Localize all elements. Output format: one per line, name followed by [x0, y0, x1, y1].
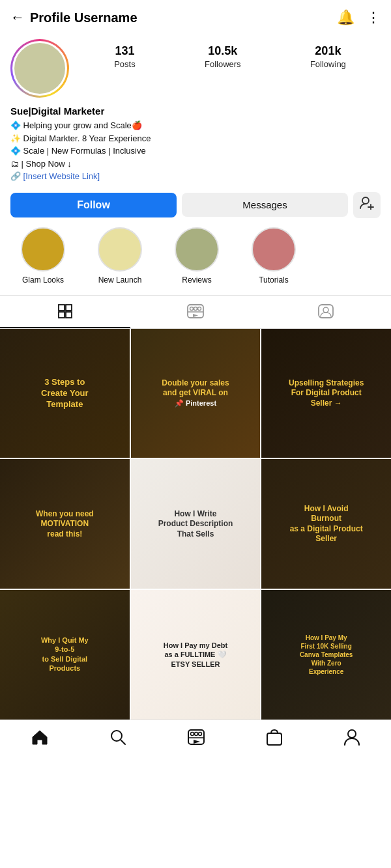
stat-posts-label: Posts	[114, 59, 136, 69]
highlight-glam-looks[interactable]: Glam Looks	[10, 227, 76, 285]
post-grid: 3 Steps toCreate YourTemplate Double you…	[0, 329, 391, 720]
bio-line-3: 💠 Scale | New Formulas | Inclusive	[10, 146, 146, 156]
highlight-label-3: Reviews	[182, 275, 211, 285]
svg-point-9	[194, 307, 197, 310]
stat-following[interactable]: 201k Following	[310, 44, 346, 70]
post-cell-7[interactable]: Why I Quit My9-to-5to Sell DigitalProduc…	[0, 590, 130, 720]
post-cell-1[interactable]: 3 Steps toCreate YourTemplate	[0, 329, 130, 458]
svg-rect-3	[59, 305, 65, 311]
bottom-nav	[0, 720, 391, 761]
profile-name: Sue|Digital Marketer	[10, 105, 381, 117]
svg-marker-12	[193, 314, 198, 317]
stat-posts-value: 131	[114, 44, 136, 58]
nav-search[interactable]	[109, 729, 126, 750]
post-text-5: How I WriteProduct DescriptionThat Sells	[138, 505, 254, 543]
header-left: ← Profile Username	[10, 9, 138, 26]
messages-button[interactable]: Messages	[182, 193, 348, 217]
svg-point-14	[323, 307, 328, 313]
post-cell-4[interactable]: When you needMOTIVATIONread this!	[0, 459, 130, 589]
nav-shop[interactable]	[266, 728, 283, 751]
tab-bar	[0, 295, 391, 329]
bio-text: 💠 Helping your grow and Scale🍎 ✨ Digital…	[10, 119, 381, 183]
tab-grid[interactable]	[0, 296, 130, 328]
stat-followers[interactable]: 10.5k Followers	[205, 44, 241, 70]
highlight-reviews[interactable]: Reviews	[164, 227, 229, 285]
follow-button[interactable]: Follow	[10, 193, 177, 217]
highlight-label-2: New Launch	[98, 275, 142, 285]
svg-rect-6	[66, 312, 72, 318]
action-buttons: Follow Messages	[0, 183, 391, 227]
highlight-circle-4	[252, 227, 296, 272]
post-text-1: 3 Steps toCreate YourTemplate	[7, 372, 123, 413]
post-cell-6[interactable]: How I AvoidBurnoutas a Digital ProductSe…	[261, 459, 391, 589]
avatar-image	[12, 41, 67, 96]
svg-point-20	[198, 732, 201, 735]
tagged-icon	[317, 303, 334, 319]
post-cell-8[interactable]: How I Pay my Debtas a FULLTIME 🤍ETSY SEL…	[131, 590, 261, 720]
highlight-tutorials[interactable]: Tutorials	[241, 227, 306, 285]
post-cell-2[interactable]: Double your salesand get VIRAL on 📌 Pint…	[131, 329, 261, 458]
highlight-label-4: Tutorials	[259, 275, 289, 285]
reels-icon	[186, 303, 205, 319]
header: ← Profile Username 🔔 ⋮	[0, 0, 391, 33]
bio-line-4: 🗂 | Shop Now ↓	[10, 159, 72, 169]
stat-following-value: 201k	[310, 44, 346, 58]
svg-point-24	[348, 730, 356, 738]
stat-followers-value: 10.5k	[205, 44, 241, 58]
avatar-ring	[10, 39, 69, 98]
nav-profile[interactable]	[343, 728, 360, 751]
bio-line-2: ✨ Digital Markter. 8 Year Experience	[10, 133, 151, 143]
highlight-circle-2	[98, 227, 142, 272]
bio-section: Sue|Digital Marketer 💠 Helping your grow…	[0, 98, 391, 183]
page-title: Profile Username	[30, 10, 138, 25]
post-text-6: How I AvoidBurnoutas a Digital ProductSe…	[268, 499, 384, 548]
highlight-new-launch[interactable]: New Launch	[87, 227, 152, 285]
highlight-label-1: Glam Looks	[22, 275, 64, 285]
stat-followers-label: Followers	[205, 59, 241, 69]
header-icons: 🔔 ⋮	[337, 9, 381, 26]
highlights-section: Glam Looks New Launch Reviews Tutorials	[0, 227, 391, 295]
stat-posts[interactable]: 131 Posts	[114, 44, 136, 70]
post-cell-9[interactable]: How I Pay MyFirst 10K SellingCanva Templ…	[261, 590, 391, 720]
svg-point-0	[362, 197, 369, 204]
svg-rect-5	[59, 312, 65, 318]
more-icon[interactable]: ⋮	[366, 9, 381, 26]
post-text-7: Why I Quit My9-to-5to Sell DigitalProduc…	[7, 632, 123, 677]
back-icon[interactable]: ←	[10, 9, 25, 26]
svg-point-18	[190, 732, 194, 735]
nav-home[interactable]	[31, 729, 49, 750]
bell-icon[interactable]: 🔔	[337, 9, 355, 26]
svg-rect-4	[66, 305, 72, 311]
profile-section: 131 Posts 10.5k Followers 201k Following	[0, 33, 391, 98]
post-text-9: How I Pay MyFirst 10K SellingCanva Templ…	[268, 630, 384, 680]
post-text-3: Upselling StrategiesFor Digital ProductS…	[268, 374, 384, 412]
avatar[interactable]	[10, 39, 69, 98]
stat-following-label: Following	[310, 59, 346, 69]
stats-row: 131 Posts 10.5k Followers 201k Following	[80, 39, 381, 70]
svg-marker-22	[194, 740, 200, 744]
post-text-2: Double your salesand get VIRAL on 📌 Pint…	[138, 374, 254, 412]
nav-reels[interactable]	[187, 729, 205, 750]
svg-point-10	[198, 307, 201, 310]
grid-icon	[57, 303, 73, 319]
add-user-button[interactable]	[353, 192, 381, 218]
post-text-4: When you needMOTIVATIONread this!	[7, 505, 123, 543]
post-cell-5[interactable]: How I WriteProduct DescriptionThat Sells	[131, 459, 261, 589]
bio-line-1: 💠 Helping your grow and Scale🍎	[10, 120, 142, 130]
svg-rect-23	[267, 733, 282, 745]
highlight-circle-3	[175, 227, 219, 272]
tab-reels[interactable]	[130, 296, 261, 328]
add-user-icon	[360, 197, 374, 213]
svg-point-8	[190, 307, 194, 310]
bio-link[interactable]: 🔗 [Insert Website Link]	[10, 171, 100, 181]
highlight-circle-1	[21, 227, 65, 272]
tab-tagged[interactable]	[261, 296, 391, 328]
svg-point-19	[194, 732, 197, 735]
post-text-8: How I Pay my Debtas a FULLTIME 🤍ETSY SEL…	[138, 637, 254, 673]
svg-line-16	[121, 740, 125, 744]
post-cell-3[interactable]: Upselling StrategiesFor Digital ProductS…	[261, 329, 391, 458]
